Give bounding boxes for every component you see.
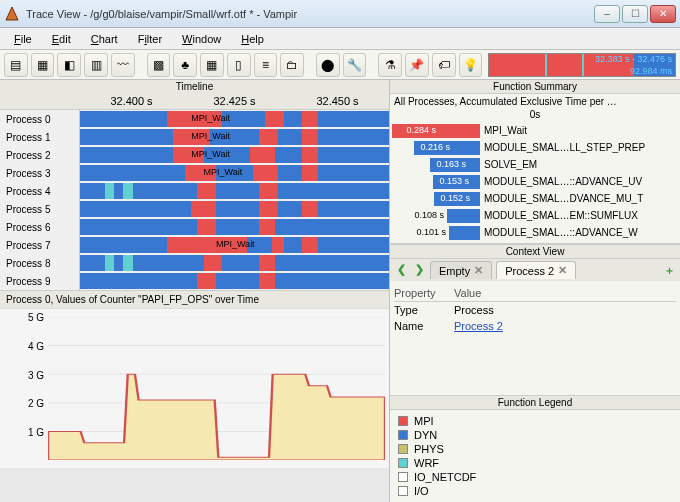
tool-button-15[interactable]: 📌 [405, 53, 429, 77]
menu-edit[interactable]: Edit [42, 31, 81, 47]
tool-button-3[interactable]: ◧ [57, 53, 81, 77]
function-summary-row[interactable]: 0.284 sMPI_Wait [390, 122, 680, 139]
process-row[interactable]: Process 0MPI_Wait [0, 110, 389, 128]
app-icon [4, 6, 20, 22]
function-time: 0.152 s [440, 193, 470, 203]
timeline-body[interactable]: Process 0MPI_WaitProcess 1MPI_WaitProces… [0, 110, 389, 290]
menu-window[interactable]: Window [172, 31, 231, 47]
tool-button-6[interactable]: ▩ [147, 53, 171, 77]
context-title: Context View [390, 245, 680, 259]
function-name: MODULE_SMAL…::ADVANCE_W [480, 227, 680, 238]
menu-file[interactable]: File [4, 31, 42, 47]
tool-button-10[interactable]: ≡ [254, 53, 278, 77]
tool-button-13[interactable]: 🔧 [343, 53, 367, 77]
chart-stacked-icon: ▥ [91, 59, 102, 71]
process-row[interactable]: Process 5 [0, 200, 389, 218]
process-row[interactable]: Process 4 [0, 182, 389, 200]
function-summary-header: All Processes, Accumulated Exclusive Tim… [390, 94, 680, 109]
tab-close-icon[interactable]: ✕ [474, 264, 483, 277]
process-track[interactable] [80, 255, 389, 271]
tab-close-icon[interactable]: ✕ [558, 264, 567, 277]
legend-swatch [398, 472, 408, 482]
menu-filter[interactable]: Filter [128, 31, 172, 47]
time-navigator[interactable]: 32.383 s - 32.476 s 92.984 ms [488, 53, 676, 77]
close-button[interactable]: ✕ [650, 5, 676, 23]
tab-prev-button[interactable]: ❮ [394, 263, 408, 277]
process-label: Process 4 [0, 182, 80, 200]
minimize-button[interactable]: – [594, 5, 620, 23]
legend-label: PHYS [414, 443, 444, 455]
grid-icon: ▦ [206, 59, 217, 71]
tool-button-11[interactable]: 🗀 [280, 53, 304, 77]
y-tick: 5 G [28, 312, 44, 323]
context-tab[interactable]: Empty✕ [430, 261, 492, 279]
time-range-label: 32.383 s - 32.476 s [595, 54, 672, 64]
function-time: 0.284 s [406, 125, 436, 135]
process-track[interactable]: MPI_Wait [80, 147, 389, 163]
legend-row[interactable]: PHYS [398, 442, 672, 456]
chart-area-icon: ◧ [64, 59, 75, 71]
process-track[interactable] [80, 219, 389, 235]
process-label: Process 6 [0, 218, 80, 236]
legend-title: Function Legend [390, 396, 680, 410]
process-track[interactable]: MPI_Wait [80, 129, 389, 145]
function-summary-row[interactable]: 0.152 sMODULE_SMAL…DVANCE_MU_T [390, 190, 680, 207]
function-summary-row[interactable]: 0.163 sSOLVE_EM [390, 156, 680, 173]
tool-button-5[interactable]: 〰 [111, 53, 135, 77]
function-summary-row[interactable]: 0.108 sMODULE_SMAL…EM::SUMFLUX [390, 207, 680, 224]
tool-button-12[interactable]: ⬤ [316, 53, 340, 77]
legend-row[interactable]: IO_NETCDF [398, 470, 672, 484]
legend-row[interactable]: WRF [398, 456, 672, 470]
tool-button-2[interactable]: ▦ [31, 53, 55, 77]
counter-chart[interactable]: 5 G4 G3 G2 G1 G [0, 308, 389, 468]
tool-button-4[interactable]: ▥ [84, 53, 108, 77]
tree-icon: ♣ [181, 59, 189, 71]
menu-chart[interactable]: Chart [81, 31, 128, 47]
tool-button-16[interactable]: 🏷 [432, 53, 456, 77]
tool-button-8[interactable]: ▦ [200, 53, 224, 77]
list-icon: ≡ [262, 59, 269, 71]
process-row[interactable]: Process 8 [0, 254, 389, 272]
tool-button-17[interactable]: 💡 [459, 53, 483, 77]
menu-bar: File Edit Chart Filter Window Help [0, 28, 680, 50]
property-grid: Property Value TypeProcessNameProcess 2 [390, 281, 680, 338]
tab-add-button[interactable]: ＋ [662, 263, 676, 277]
process-track[interactable]: MPI_Wait [80, 111, 389, 127]
tool-button-9[interactable]: ▯ [227, 53, 251, 77]
legend-row[interactable]: DYN [398, 428, 672, 442]
tab-next-button[interactable]: ❯ [412, 263, 426, 277]
legend-label: I/O [414, 485, 429, 497]
context-tab[interactable]: Process 2✕ [496, 261, 576, 279]
process-row[interactable]: Process 2MPI_Wait [0, 146, 389, 164]
function-summary-row[interactable]: 0.101 sMODULE_SMAL…::ADVANCE_W [390, 224, 680, 241]
columns-icon: ▯ [235, 59, 242, 71]
process-track[interactable] [80, 183, 389, 199]
legend-row[interactable]: I/O [398, 484, 672, 498]
tool-button-1[interactable]: ▤ [4, 53, 28, 77]
legend-swatch [398, 458, 408, 468]
process-row[interactable]: Process 6 [0, 218, 389, 236]
process-track[interactable]: MPI_Wait [80, 165, 389, 181]
function-time: 0.216 s [420, 142, 450, 152]
process-row[interactable]: Process 1MPI_Wait [0, 128, 389, 146]
filter-icon: ⚗ [385, 59, 396, 71]
folder-icon: 🗀 [286, 59, 298, 71]
process-track[interactable] [80, 273, 389, 289]
tool-button-14[interactable]: ⚗ [378, 53, 402, 77]
menu-help[interactable]: Help [231, 31, 274, 47]
process-track[interactable] [80, 201, 389, 217]
mpi-wait-label: MPI_Wait [216, 239, 255, 249]
legend-swatch [398, 444, 408, 454]
legend-row[interactable]: MPI [398, 414, 672, 428]
process-row[interactable]: Process 3MPI_Wait [0, 164, 389, 182]
process-row[interactable]: Process 9 [0, 272, 389, 290]
function-summary-row[interactable]: 0.216 sMODULE_SMAL…LL_STEP_PREP [390, 139, 680, 156]
process-track[interactable]: MPI_Wait [80, 237, 389, 253]
maximize-button[interactable]: ☐ [622, 5, 648, 23]
bulb-icon: 💡 [463, 59, 478, 71]
process-row[interactable]: Process 7MPI_Wait [0, 236, 389, 254]
process-label: Process 1 [0, 128, 80, 146]
function-summary-row[interactable]: 0.153 sMODULE_SMAL…::ADVANCE_UV [390, 173, 680, 190]
property-value[interactable]: Process 2 [454, 320, 503, 332]
tool-button-7[interactable]: ♣ [173, 53, 197, 77]
